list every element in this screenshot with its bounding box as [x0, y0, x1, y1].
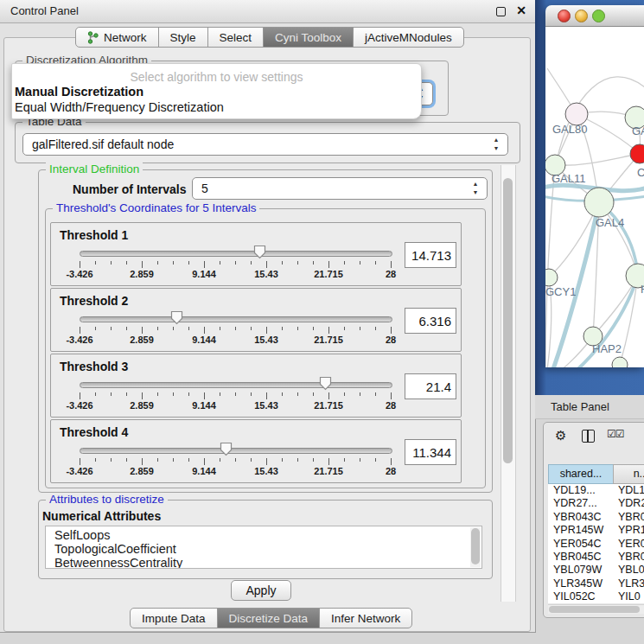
- close-traffic-light[interactable]: [558, 10, 571, 22]
- apply-button[interactable]: Apply: [231, 580, 291, 601]
- attribute-list-item[interactable]: TopologicalCoefficient: [46, 542, 481, 556]
- gear-icon[interactable]: ⚙: [555, 428, 566, 443]
- slider-tick-label: 21.715: [307, 335, 350, 345]
- table-row[interactable]: YBR043CYBR0: [548, 511, 644, 524]
- table-horizontal-scrollbar[interactable]: [548, 604, 644, 614]
- threshold-slider-track[interactable]: [80, 316, 392, 322]
- tab-jactivemnodules[interactable]: jActiveMNodules: [353, 27, 464, 48]
- slider-tick: [328, 327, 329, 334]
- network-node[interactable]: [545, 269, 558, 286]
- tab-impute-data[interactable]: Impute Data: [130, 608, 218, 628]
- table-row[interactable]: YDL19...YDL1: [548, 484, 644, 497]
- close-icon[interactable]: ✕: [516, 3, 526, 17]
- top-tab-bar: Network Style Select Cyni Toolbox jActiv…: [75, 27, 464, 48]
- slider-tick: [328, 261, 329, 268]
- slider-tick: [297, 327, 298, 330]
- threshold-slider-thumb[interactable]: [319, 376, 332, 391]
- table-row[interactable]: YIL052CYIL0: [548, 590, 644, 603]
- slider-tick-label: -3.426: [58, 335, 101, 345]
- threshold-slider-thumb[interactable]: [220, 442, 233, 456]
- algorithm-dropdown-popup: Select algorithm to view settings Manual…: [11, 63, 422, 119]
- threshold-label: Threshold 3: [60, 360, 128, 373]
- tab-cyni-toolbox[interactable]: Cyni Toolbox: [263, 27, 354, 48]
- algorithm-option-equal-width[interactable]: Equal Width/Frequency Discretization: [15, 100, 224, 114]
- threshold-slider-track[interactable]: [80, 448, 392, 454]
- slider-tick: [344, 458, 345, 462]
- tab-network[interactable]: Network: [75, 27, 159, 48]
- table-cell: YIL0: [618, 590, 641, 603]
- slider-tick: [126, 327, 127, 330]
- slider-tick-label: 15.43: [245, 466, 288, 476]
- threshold-slider-thumb[interactable]: [253, 245, 266, 259]
- network-node-label: GCY1: [545, 285, 576, 298]
- network-icon: [87, 31, 99, 44]
- column-header-name[interactable]: n...: [613, 464, 644, 484]
- slider-tick: [126, 458, 127, 462]
- table-row[interactable]: YER054CYER0: [548, 538, 644, 551]
- number-of-intervals-label: Number of Intervals: [73, 182, 186, 196]
- slider-tick: [391, 392, 392, 399]
- threshold-value-input[interactable]: [405, 373, 456, 399]
- threshold-slider-track[interactable]: [80, 382, 392, 388]
- threshold-slider-track[interactable]: [80, 251, 392, 257]
- minimize-traffic-light[interactable]: [575, 10, 588, 22]
- slider-tick: [360, 261, 360, 265]
- threshold-slider-thumb[interactable]: [170, 310, 183, 325]
- attributes-list-scrollbar[interactable]: [470, 527, 481, 567]
- slider-tick: [126, 261, 127, 265]
- slider-tick: [313, 458, 314, 462]
- slider-tick: [360, 458, 360, 462]
- main-vertical-scrollbar[interactable]: [501, 165, 516, 602]
- threshold-value-input[interactable]: [405, 242, 456, 268]
- threshold-label: Threshold 1: [60, 228, 128, 242]
- attribute-list-item[interactable]: SelfLoops: [46, 528, 481, 542]
- tab-discretize-data[interactable]: Discretize Data: [217, 608, 321, 628]
- slider-tick: [204, 327, 205, 334]
- table-data-combobox-value: galFiltered.sif default node: [32, 134, 174, 155]
- table-row[interactable]: YBR045CYBR0: [548, 551, 644, 564]
- number-of-intervals-combobox[interactable]: 5 ▲▼: [192, 177, 488, 200]
- slider-tick: [282, 458, 283, 462]
- column-header-shared[interactable]: shared...: [548, 464, 614, 484]
- network-node[interactable]: [612, 357, 628, 367]
- slider-tick: [173, 261, 174, 265]
- tab-select[interactable]: Select: [207, 27, 265, 48]
- table-cell: YBL0: [618, 564, 644, 576]
- tab-style[interactable]: Style: [158, 27, 208, 48]
- slider-tick: [344, 261, 345, 265]
- slider-tick: [297, 458, 298, 462]
- slider-tick: [80, 327, 80, 334]
- slider-tick: [111, 327, 112, 330]
- slider-tick-label: 15.43: [245, 400, 288, 411]
- table-cell: YBR0: [618, 551, 644, 563]
- table-data-combobox[interactable]: galFiltered.sif default node ▲▼: [22, 133, 508, 156]
- checkbox-columns-icon[interactable]: ☑☑: [607, 428, 624, 440]
- slider-tick: [235, 392, 236, 396]
- table-row[interactable]: YBL079WYBL0: [548, 564, 644, 577]
- slider-tick: [142, 458, 143, 465]
- split-columns-icon[interactable]: [582, 430, 595, 443]
- network-canvas[interactable]: GAL80GACGAL11GAL4GCY1HHAP2: [545, 27, 644, 367]
- slider-tick-label: -3.426: [58, 466, 101, 476]
- threshold-value-input[interactable]: [405, 308, 456, 334]
- attribute-list-item[interactable]: BetweennessCentrality: [46, 556, 481, 569]
- table-row[interactable]: YPR145WYPR1: [548, 524, 644, 537]
- float-window-icon[interactable]: [496, 7, 506, 16]
- slider-tick-label: 21.715: [307, 466, 350, 476]
- slider-tick: [391, 458, 392, 465]
- network-node[interactable]: [584, 188, 614, 217]
- threshold-value-input[interactable]: [405, 439, 456, 465]
- table-row[interactable]: YDR27...YDR2: [548, 497, 644, 510]
- tab-infer-network[interactable]: Infer Network: [319, 608, 412, 628]
- window-title: Control Panel: [10, 0, 79, 22]
- table-row[interactable]: YLR345WYLR3: [548, 577, 644, 590]
- zoom-traffic-light[interactable]: [592, 10, 605, 22]
- numerical-attributes-list[interactable]: SelfLoopsTopologicalCoefficientBetweenne…: [45, 526, 482, 569]
- threshold-panel: Threshold 4 -3.4262.8599.14415.4321.7152…: [50, 419, 462, 483]
- table-cell: YPR145W: [553, 524, 614, 536]
- numerical-attributes-label: Numerical Attributes: [42, 509, 161, 523]
- algorithm-option-manual[interactable]: Manual Discretization: [15, 85, 143, 99]
- network-window-titlebar[interactable]: [545, 5, 644, 27]
- slider-tick: [95, 261, 96, 265]
- slider-tick: [313, 392, 314, 396]
